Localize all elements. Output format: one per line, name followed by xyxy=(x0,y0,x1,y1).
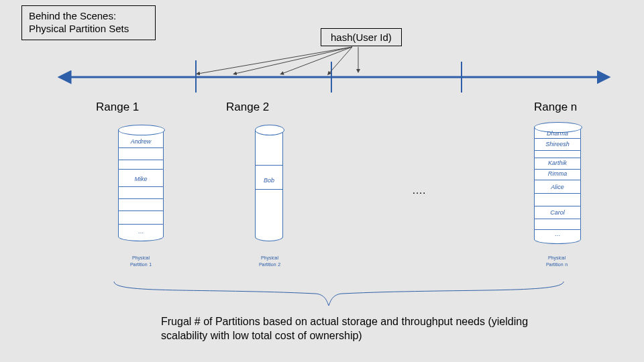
cylN-shireesh: Shireesh xyxy=(534,141,581,147)
range-n-label: Range n xyxy=(534,101,577,114)
partition-1-label: Physical Partition 1 xyxy=(121,255,161,268)
cyl1-dots: … xyxy=(118,228,164,235)
cyl2-bob: Bob xyxy=(255,177,283,184)
range-1-label: Range 1 xyxy=(96,101,139,114)
cylinder-partition-2: Bob xyxy=(255,125,283,241)
pna: Physical xyxy=(548,255,566,260)
cylN-dots: … xyxy=(534,231,581,237)
pnb: Partition xyxy=(546,262,564,267)
cylN-alice: Alice xyxy=(534,184,581,190)
p2n: 2 xyxy=(278,262,280,267)
svg-line-7 xyxy=(329,47,352,74)
cylinder-partition-1: Andrew Mike … xyxy=(118,125,164,241)
svg-line-5 xyxy=(235,47,352,74)
cyl1-mike: Mike xyxy=(118,176,164,182)
svg-line-4 xyxy=(198,47,352,74)
caption-text: Frugal # of Partitions based on actual s… xyxy=(161,315,577,343)
cyl1-andrew: Andrew xyxy=(118,138,164,145)
partition-n-label: Physical Partition n xyxy=(537,255,577,268)
p2a: Physical xyxy=(261,255,278,260)
cylN-karthik: Karthik xyxy=(534,160,581,166)
pnn: n xyxy=(565,262,568,267)
cylN-rimma: Rimma xyxy=(534,170,581,177)
diagram-root: Behind the Scenes: Physical Partition Se… xyxy=(0,0,644,362)
mid-ellipsis: …. xyxy=(412,184,425,196)
p1a: Physical xyxy=(132,255,150,260)
range-2-label: Range 2 xyxy=(226,101,269,114)
p1b: Partition xyxy=(130,262,148,267)
p1n: 1 xyxy=(149,262,152,267)
cylN-carol: Carol xyxy=(534,209,581,216)
partition-2-label: Physical Partition 2 xyxy=(250,255,290,268)
p2b: Partition xyxy=(259,262,276,267)
cylN-dharma: Dharma xyxy=(534,130,581,137)
cylinder-partition-n: Dharma Shireesh Karthik Rimma Alice Caro… xyxy=(534,122,581,244)
